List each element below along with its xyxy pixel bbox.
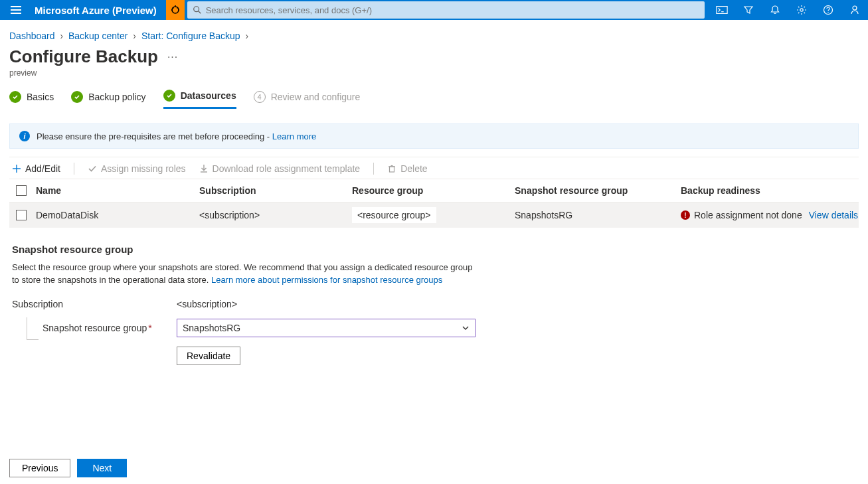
- col-backup-readiness: Backup readiness: [681, 185, 859, 196]
- preview-bug-button[interactable]: [166, 0, 185, 20]
- svg-point-10: [800, 9, 803, 11]
- cell-snapshot-rg: SnapshotsRG: [515, 210, 681, 220]
- cloud-shell-icon: [716, 5, 728, 15]
- svg-point-6: [193, 7, 199, 12]
- svg-rect-8: [717, 7, 727, 14]
- row-checkbox[interactable]: [16, 210, 27, 220]
- tree-connector-icon: [27, 317, 39, 340]
- step-basics[interactable]: Basics: [9, 91, 54, 108]
- delete-button: Delete: [387, 163, 427, 174]
- required-indicator: *: [148, 323, 151, 333]
- page-title-row: Configure Backup ···: [0, 44, 868, 67]
- cell-subscription: <subscription>: [199, 210, 352, 220]
- search-box[interactable]: [187, 1, 705, 19]
- plus-icon: [12, 164, 21, 173]
- breadcrumb-item-backup-center[interactable]: Backup center: [68, 31, 128, 41]
- form-row-subscription: Subscription <subscription>: [12, 299, 856, 309]
- download-icon: [199, 164, 209, 173]
- chevron-down-icon: [462, 324, 470, 332]
- check-icon: [71, 91, 83, 103]
- info-icon: i: [19, 131, 30, 141]
- chevron-right-icon: ›: [60, 31, 63, 41]
- step-label: Backup policy: [88, 92, 145, 102]
- header-icons: [709, 0, 868, 20]
- check-icon: [9, 91, 21, 103]
- search-icon: [193, 5, 202, 15]
- help-button[interactable]: [815, 0, 841, 20]
- more-actions-button[interactable]: ···: [167, 51, 178, 63]
- feedback-button[interactable]: [841, 0, 868, 20]
- cell-resource-group: <resource group>: [352, 207, 515, 223]
- bug-icon: [170, 5, 181, 15]
- revalidate-button[interactable]: Revalidate: [177, 347, 240, 365]
- datasource-table: Name Subscription Resource group Snapsho…: [9, 179, 859, 228]
- svg-line-7: [198, 11, 201, 14]
- divider: [74, 163, 74, 175]
- form-row-snapshot-rg: Snapshot resource group* SnapshotsRG: [12, 319, 856, 337]
- help-icon: [823, 5, 833, 15]
- page-title: Configure Backup: [9, 46, 158, 67]
- search-input[interactable]: [202, 5, 699, 15]
- section-title: Snapshot resource group: [12, 244, 856, 255]
- cloud-shell-button[interactable]: [709, 0, 735, 20]
- assign-roles-button: Assign missing roles: [88, 163, 186, 174]
- assign-roles-label: Assign missing roles: [101, 163, 186, 174]
- snapshot-rg-dropdown[interactable]: SnapshotsRG: [177, 319, 476, 337]
- col-subscription: Subscription: [199, 185, 352, 196]
- svg-line-5: [177, 7, 178, 9]
- check-icon: [163, 90, 175, 102]
- breadcrumb-item-dashboard[interactable]: Dashboard: [9, 31, 55, 41]
- divider: [373, 163, 374, 175]
- step-label: Datasources: [181, 90, 236, 101]
- step-label: Basics: [27, 92, 54, 102]
- svg-point-12: [827, 12, 828, 13]
- table-row[interactable]: DemoDataDisk <subscription> <resource gr…: [9, 202, 859, 228]
- view-details-link[interactable]: View details: [809, 210, 858, 220]
- settings-button[interactable]: [788, 0, 815, 20]
- readiness-text: Role assignment not done: [694, 210, 802, 220]
- error-icon: !: [681, 210, 690, 220]
- step-number-icon: 4: [254, 91, 266, 103]
- step-datasources[interactable]: Datasources: [163, 90, 236, 109]
- check-icon: [88, 164, 97, 173]
- snapshot-rg-value: SnapshotsRG: [183, 323, 240, 333]
- select-all-checkbox[interactable]: [16, 185, 27, 196]
- add-edit-label: Add/Edit: [25, 163, 60, 174]
- info-banner-link[interactable]: Learn more: [272, 131, 316, 141]
- add-edit-button[interactable]: Add/Edit: [12, 163, 60, 174]
- person-feedback-icon: [849, 5, 860, 15]
- step-backup-policy[interactable]: Backup policy: [71, 91, 145, 108]
- step-review-and-configure: 4 Review and configure: [254, 91, 361, 108]
- delete-label: Delete: [400, 163, 427, 174]
- table-header: Name Subscription Resource group Snapsho…: [9, 179, 859, 202]
- chevron-right-icon: ›: [133, 31, 136, 41]
- info-banner: i Please ensure the pre-requisites are m…: [9, 123, 859, 149]
- subscription-label: Subscription: [12, 299, 177, 309]
- download-template-label: Download role assignment template: [213, 163, 361, 174]
- section-description-link[interactable]: Learn more about permissions for snapsho…: [211, 275, 442, 285]
- subscription-value: <subscription>: [177, 299, 237, 309]
- hamburger-icon: [11, 9, 21, 11]
- snapshot-rg-section: Snapshot resource group Select the resou…: [12, 244, 856, 287]
- step-label: Review and configure: [271, 92, 361, 102]
- wizard-steps: Basics Backup policy Datasources 4 Revie…: [0, 90, 868, 116]
- chevron-right-icon: ›: [245, 31, 248, 41]
- cell-backup-readiness: ! Role assignment not done View details: [681, 210, 859, 220]
- previous-button[interactable]: Previous: [9, 459, 70, 477]
- breadcrumb: Dashboard › Backup center › Start: Confi…: [0, 20, 868, 44]
- snapshot-rg-label: Snapshot resource group: [43, 323, 147, 333]
- next-button[interactable]: Next: [77, 459, 127, 477]
- form-block: Subscription <subscription> Snapshot res…: [12, 299, 856, 365]
- menu-button[interactable]: [0, 0, 32, 20]
- trash-icon: [387, 164, 396, 173]
- svg-point-13: [853, 6, 857, 10]
- bell-icon: [770, 5, 780, 15]
- info-banner-text: Please ensure the pre-requisites are met…: [37, 131, 272, 141]
- col-name: Name: [33, 185, 199, 196]
- directory-filter-button[interactable]: [735, 0, 762, 20]
- breadcrumb-item-start-configure-backup[interactable]: Start: Configure Backup: [141, 31, 240, 41]
- brand-label: Microsoft Azure (Preview): [32, 5, 166, 16]
- top-bar: Microsoft Azure (Preview): [0, 0, 868, 20]
- notifications-button[interactable]: [762, 0, 788, 20]
- svg-rect-18: [390, 167, 394, 172]
